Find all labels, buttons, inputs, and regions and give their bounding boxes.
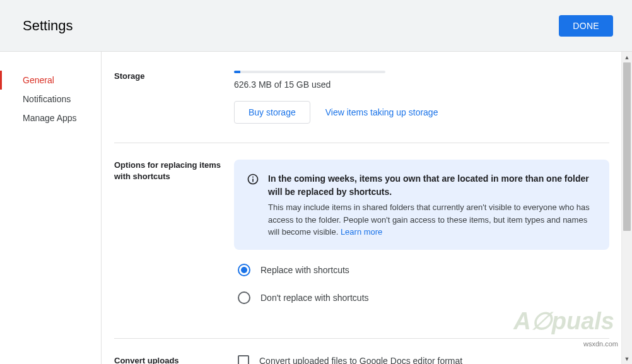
sidebar: General Notifications Manage Apps — [0, 52, 102, 364]
radio-replace-label: Replace with shortcuts — [260, 265, 349, 275]
convert-checkbox-label: Convert uploaded files to Google Docs ed… — [259, 356, 462, 365]
radio-dont-replace[interactable]: Don't replace with shortcuts — [238, 291, 609, 304]
scroll-track[interactable] — [622, 62, 632, 353]
buy-storage-button[interactable]: Buy storage — [234, 101, 310, 124]
convert-label: Convert uploads — [114, 355, 234, 365]
shortcuts-label: Options for replacing items with shortcu… — [114, 160, 234, 319]
page-title: Settings — [23, 18, 73, 34]
sidebar-item-notifications[interactable]: Notifications — [0, 90, 101, 109]
sidebar-item-general[interactable]: General — [0, 71, 101, 90]
shortcuts-section: Options for replacing items with shortcu… — [114, 160, 609, 339]
convert-section: Convert uploads Convert uploaded files t… — [114, 355, 609, 365]
shortcuts-info-box: In the coming weeks, items you own that … — [234, 160, 609, 250]
settings-body: General Notifications Manage Apps Storag… — [0, 52, 632, 364]
scroll-up-button[interactable]: ▲ — [622, 52, 632, 62]
info-body-text: This may include items in shared folders… — [268, 203, 590, 237]
storage-progress — [234, 71, 385, 73]
storage-progress-fill — [234, 71, 240, 73]
radio-icon — [238, 264, 250, 276]
vertical-scrollbar[interactable]: ▲ ▼ — [621, 52, 632, 364]
info-title: In the coming weeks, items you own that … — [268, 172, 597, 199]
done-button[interactable]: DONE — [559, 15, 613, 37]
storage-used-text: 626.3 MB of 15 GB used — [234, 79, 609, 90]
sidebar-item-manage-apps[interactable]: Manage Apps — [0, 109, 101, 127]
info-body: This may include items in shared folders… — [268, 201, 597, 238]
radio-replace[interactable]: Replace with shortcuts — [238, 264, 609, 276]
radio-dont-replace-label: Don't replace with shortcuts — [260, 293, 369, 303]
scroll-thumb[interactable] — [623, 62, 631, 231]
settings-content: Storage 626.3 MB of 15 GB used Buy stora… — [102, 52, 632, 364]
convert-checkbox[interactable] — [238, 355, 249, 365]
learn-more-link[interactable]: Learn more — [341, 227, 382, 237]
scroll-down-button[interactable]: ▼ — [622, 353, 632, 364]
settings-header: Settings DONE — [0, 0, 632, 52]
info-icon — [247, 173, 259, 238]
view-storage-link[interactable]: View items taking up storage — [325, 107, 438, 117]
storage-section: Storage 626.3 MB of 15 GB used Buy stora… — [114, 71, 609, 143]
radio-icon — [238, 291, 250, 304]
storage-label: Storage — [114, 71, 234, 124]
